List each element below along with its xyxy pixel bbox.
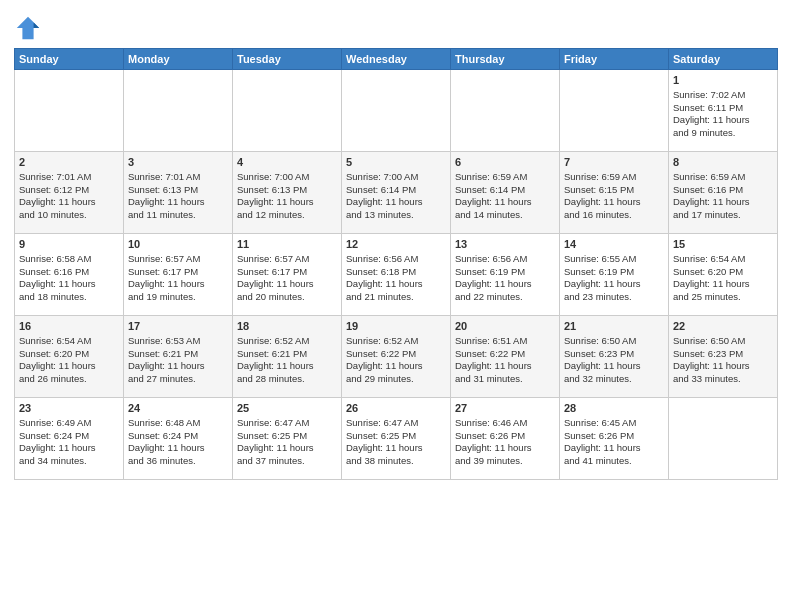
calendar-cell: 27Sunrise: 6:46 AMSunset: 6:26 PMDayligh…	[451, 398, 560, 480]
day-number: 11	[237, 237, 337, 252]
calendar-cell: 6Sunrise: 6:59 AMSunset: 6:14 PMDaylight…	[451, 152, 560, 234]
calendar-header: SundayMondayTuesdayWednesdayThursdayFrid…	[15, 49, 778, 70]
calendar-cell: 16Sunrise: 6:54 AMSunset: 6:20 PMDayligh…	[15, 316, 124, 398]
calendar-cell: 10Sunrise: 6:57 AMSunset: 6:17 PMDayligh…	[124, 234, 233, 316]
weekday-header-cell: Tuesday	[233, 49, 342, 70]
calendar-cell: 26Sunrise: 6:47 AMSunset: 6:25 PMDayligh…	[342, 398, 451, 480]
day-number: 27	[455, 401, 555, 416]
weekday-header-cell: Thursday	[451, 49, 560, 70]
day-number: 9	[19, 237, 119, 252]
calendar-cell: 18Sunrise: 6:52 AMSunset: 6:21 PMDayligh…	[233, 316, 342, 398]
calendar-week-row: 9Sunrise: 6:58 AMSunset: 6:16 PMDaylight…	[15, 234, 778, 316]
calendar-cell	[560, 70, 669, 152]
day-number: 19	[346, 319, 446, 334]
day-number: 3	[128, 155, 228, 170]
calendar-cell: 12Sunrise: 6:56 AMSunset: 6:18 PMDayligh…	[342, 234, 451, 316]
day-number: 13	[455, 237, 555, 252]
calendar-cell: 2Sunrise: 7:01 AMSunset: 6:12 PMDaylight…	[15, 152, 124, 234]
day-number: 2	[19, 155, 119, 170]
calendar-cell: 24Sunrise: 6:48 AMSunset: 6:24 PMDayligh…	[124, 398, 233, 480]
day-number: 18	[237, 319, 337, 334]
day-number: 17	[128, 319, 228, 334]
calendar-table: SundayMondayTuesdayWednesdayThursdayFrid…	[14, 48, 778, 480]
calendar-cell: 5Sunrise: 7:00 AMSunset: 6:14 PMDaylight…	[342, 152, 451, 234]
day-number: 16	[19, 319, 119, 334]
day-number: 28	[564, 401, 664, 416]
day-number: 6	[455, 155, 555, 170]
calendar-week-row: 1Sunrise: 7:02 AMSunset: 6:11 PMDaylight…	[15, 70, 778, 152]
header-row	[14, 10, 778, 42]
weekday-header-cell: Sunday	[15, 49, 124, 70]
day-number: 8	[673, 155, 773, 170]
weekday-header-cell: Wednesday	[342, 49, 451, 70]
day-number: 14	[564, 237, 664, 252]
calendar-body: 1Sunrise: 7:02 AMSunset: 6:11 PMDaylight…	[15, 70, 778, 480]
calendar-cell	[124, 70, 233, 152]
calendar-cell: 7Sunrise: 6:59 AMSunset: 6:15 PMDaylight…	[560, 152, 669, 234]
calendar-cell	[451, 70, 560, 152]
calendar-cell: 23Sunrise: 6:49 AMSunset: 6:24 PMDayligh…	[15, 398, 124, 480]
logo	[14, 14, 44, 42]
calendar-cell: 20Sunrise: 6:51 AMSunset: 6:22 PMDayligh…	[451, 316, 560, 398]
day-number: 20	[455, 319, 555, 334]
logo-icon	[14, 14, 42, 42]
day-number: 1	[673, 73, 773, 88]
calendar-cell: 8Sunrise: 6:59 AMSunset: 6:16 PMDaylight…	[669, 152, 778, 234]
calendar-cell: 14Sunrise: 6:55 AMSunset: 6:19 PMDayligh…	[560, 234, 669, 316]
calendar-cell: 28Sunrise: 6:45 AMSunset: 6:26 PMDayligh…	[560, 398, 669, 480]
calendar-cell	[15, 70, 124, 152]
day-number: 7	[564, 155, 664, 170]
day-number: 10	[128, 237, 228, 252]
calendar-cell: 13Sunrise: 6:56 AMSunset: 6:19 PMDayligh…	[451, 234, 560, 316]
calendar-cell: 9Sunrise: 6:58 AMSunset: 6:16 PMDaylight…	[15, 234, 124, 316]
calendar-cell: 15Sunrise: 6:54 AMSunset: 6:20 PMDayligh…	[669, 234, 778, 316]
day-number: 26	[346, 401, 446, 416]
calendar-cell: 11Sunrise: 6:57 AMSunset: 6:17 PMDayligh…	[233, 234, 342, 316]
calendar-week-row: 16Sunrise: 6:54 AMSunset: 6:20 PMDayligh…	[15, 316, 778, 398]
weekday-header-cell: Friday	[560, 49, 669, 70]
day-number: 22	[673, 319, 773, 334]
weekday-header-cell: Monday	[124, 49, 233, 70]
calendar-week-row: 23Sunrise: 6:49 AMSunset: 6:24 PMDayligh…	[15, 398, 778, 480]
calendar-cell	[669, 398, 778, 480]
calendar-cell: 1Sunrise: 7:02 AMSunset: 6:11 PMDaylight…	[669, 70, 778, 152]
day-number: 25	[237, 401, 337, 416]
calendar-container: SundayMondayTuesdayWednesdayThursdayFrid…	[0, 0, 792, 488]
day-number: 15	[673, 237, 773, 252]
calendar-cell: 25Sunrise: 6:47 AMSunset: 6:25 PMDayligh…	[233, 398, 342, 480]
calendar-week-row: 2Sunrise: 7:01 AMSunset: 6:12 PMDaylight…	[15, 152, 778, 234]
calendar-cell: 21Sunrise: 6:50 AMSunset: 6:23 PMDayligh…	[560, 316, 669, 398]
calendar-cell: 3Sunrise: 7:01 AMSunset: 6:13 PMDaylight…	[124, 152, 233, 234]
day-number: 23	[19, 401, 119, 416]
day-number: 12	[346, 237, 446, 252]
calendar-cell	[342, 70, 451, 152]
weekday-header-cell: Saturday	[669, 49, 778, 70]
calendar-cell: 19Sunrise: 6:52 AMSunset: 6:22 PMDayligh…	[342, 316, 451, 398]
day-number: 21	[564, 319, 664, 334]
calendar-cell: 17Sunrise: 6:53 AMSunset: 6:21 PMDayligh…	[124, 316, 233, 398]
calendar-cell: 4Sunrise: 7:00 AMSunset: 6:13 PMDaylight…	[233, 152, 342, 234]
calendar-cell	[233, 70, 342, 152]
calendar-cell: 22Sunrise: 6:50 AMSunset: 6:23 PMDayligh…	[669, 316, 778, 398]
day-number: 5	[346, 155, 446, 170]
day-number: 4	[237, 155, 337, 170]
day-number: 24	[128, 401, 228, 416]
weekday-header-row: SundayMondayTuesdayWednesdayThursdayFrid…	[15, 49, 778, 70]
